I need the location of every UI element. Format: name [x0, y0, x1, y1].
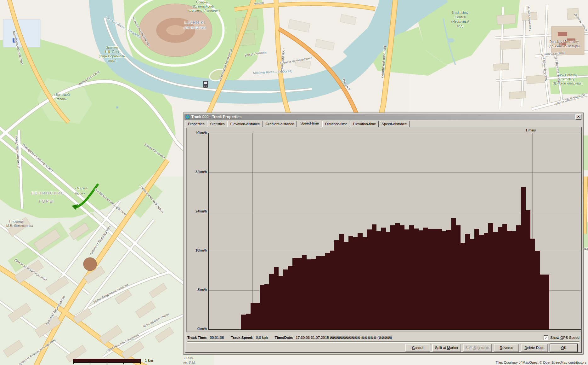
speed-time-chart[interactable]: 40km/h32km/h24km/h16km/h8km/h0km/h 1 min… — [186, 128, 581, 332]
dialog-title: Track 000 - Track Properties — [191, 115, 241, 119]
status-value: 17:30:03 31.07.2015 ⊠⊠⊠⊠⊠⊠⊠⊠⊠⊠ ⊠⊠⊠⊠⊠ (⊠⊠… — [296, 336, 392, 339]
map-scale-bar: 1 km — [73, 358, 155, 364]
speed-bar — [437, 229, 442, 329]
speed-bar — [372, 224, 376, 329]
show-gps-speed-checkbox[interactable]: ✓ Show GPS Speed — [544, 335, 580, 340]
hospital-icon: H — [13, 38, 17, 43]
snowflake-icon: ✳ — [115, 105, 119, 110]
speed-bar — [255, 303, 260, 329]
tab-speed-distance[interactable]: Speed-distance — [379, 121, 410, 127]
speed-bar — [325, 253, 330, 329]
y-tick-label: 16km/h — [187, 248, 207, 252]
speed-bar — [376, 231, 381, 329]
speed-bar — [330, 251, 335, 329]
speed-bar — [423, 228, 428, 329]
close-icon: ✕ — [577, 115, 580, 119]
track-status-row: Track Time:00:01:08Track Speed:0,0 kphTi… — [187, 334, 580, 341]
speed-bar — [400, 225, 404, 329]
status-value: 00:01:08 — [210, 336, 224, 339]
split-at-marker-button[interactable]: Split at Marker — [432, 344, 461, 352]
scale-label: 1 km — [145, 358, 153, 363]
speed-bar — [348, 236, 353, 329]
tab-statistics[interactable]: Statistics — [207, 121, 227, 127]
tab-speed-time[interactable]: Speed-time — [297, 120, 322, 127]
ok-button[interactable]: OK — [550, 344, 578, 352]
split-segments-button: Split Segments — [463, 344, 492, 352]
speed-bar — [414, 229, 418, 329]
delete-dupl--button[interactable]: Delete Dupl. — [521, 344, 548, 352]
speed-bar — [297, 258, 302, 329]
track-properties-dialog: Track 000 - Track Properties ✕ Propertie… — [184, 113, 583, 354]
speed-bar — [279, 276, 283, 329]
y-tick-label: 8km/h — [187, 288, 207, 292]
speed-bar — [246, 314, 251, 329]
button-row: CancelSplit at MarkerSplit SegmentsRever… — [187, 344, 578, 352]
speed-bar — [404, 229, 409, 329]
round-building — [83, 258, 97, 271]
speed-bar — [521, 187, 526, 330]
speed-bar — [460, 243, 465, 329]
speed-bar — [409, 225, 414, 329]
speed-bar — [260, 285, 264, 330]
speed-bar — [456, 225, 461, 329]
speed-bar — [302, 255, 307, 329]
speed-bar — [544, 275, 549, 329]
dialog-titlebar[interactable]: Track 000 - Track Properties ✕ — [184, 114, 582, 120]
speed-bar — [465, 234, 470, 329]
speed-bar — [288, 266, 292, 329]
speed-bar — [362, 237, 367, 329]
speed-bar — [390, 225, 395, 329]
y-tick-label: 0km/h — [187, 327, 207, 331]
speed-bar — [344, 242, 348, 329]
speed-bar — [339, 234, 344, 329]
speed-bar — [530, 239, 535, 329]
speed-bar — [498, 227, 502, 329]
close-button[interactable]: ✕ — [575, 114, 581, 120]
speed-bar — [493, 232, 498, 329]
plot-area[interactable] — [208, 133, 581, 330]
metro-station-icon — [203, 81, 208, 88]
speed-bar — [292, 258, 297, 329]
speed-bar — [316, 256, 320, 329]
speed-bar — [386, 232, 390, 329]
speed-bar — [512, 231, 516, 329]
speed-bars — [209, 133, 581, 329]
tab-elevation-time[interactable]: Elevation-time — [350, 121, 379, 127]
pond — [447, 38, 454, 43]
svg-text:H: H — [14, 38, 16, 42]
tab-gradient-distance[interactable]: Gradient-distance — [263, 121, 297, 127]
speed-bar — [358, 233, 362, 329]
speed-bar — [516, 225, 521, 329]
speed-bar — [311, 259, 316, 329]
status-label: Track Speed: — [231, 336, 253, 339]
speed-bar — [442, 231, 446, 329]
speed-bar — [306, 259, 311, 329]
status-label: Track Time: — [187, 336, 207, 339]
map-attribution: Tiles Courtesy of MapQuest © OpenStreetM… — [496, 361, 586, 364]
speed-bar — [274, 267, 279, 329]
tab-properties[interactable]: Properties — [185, 121, 207, 127]
cancel-button[interactable]: Cancel — [405, 344, 430, 352]
tab-page-speed-time: 40km/h32km/h24km/h16km/h8km/h0km/h 1 min… — [185, 127, 582, 353]
y-tick-label: 32km/h — [187, 170, 207, 174]
speed-bar — [320, 256, 325, 329]
globe-icon — [185, 115, 190, 119]
checkbox-label: Show GPS Speed — [550, 336, 580, 339]
speed-bar — [334, 240, 339, 329]
y-tick-label: 40km/h — [187, 131, 207, 135]
speed-bar — [269, 274, 274, 329]
tab-strip: PropertiesStatisticsElevation-distanceGr… — [185, 120, 582, 127]
speed-bar — [502, 224, 507, 329]
speed-bar — [474, 229, 479, 329]
speed-bar — [367, 229, 372, 329]
separator — [187, 341, 580, 343]
speed-bar — [428, 229, 433, 329]
speed-bar — [433, 229, 437, 329]
speed-bar — [241, 315, 246, 329]
tab-elevation-distance[interactable]: Elevation-distance — [227, 121, 263, 127]
speed-bar — [535, 251, 540, 329]
status-label: Time/Date: — [275, 336, 293, 339]
donskoy-monastery-buildings — [551, 26, 584, 55]
reverse-button[interactable]: Reverse — [494, 344, 519, 352]
tab-distance-time[interactable]: Distance-time — [322, 121, 350, 127]
